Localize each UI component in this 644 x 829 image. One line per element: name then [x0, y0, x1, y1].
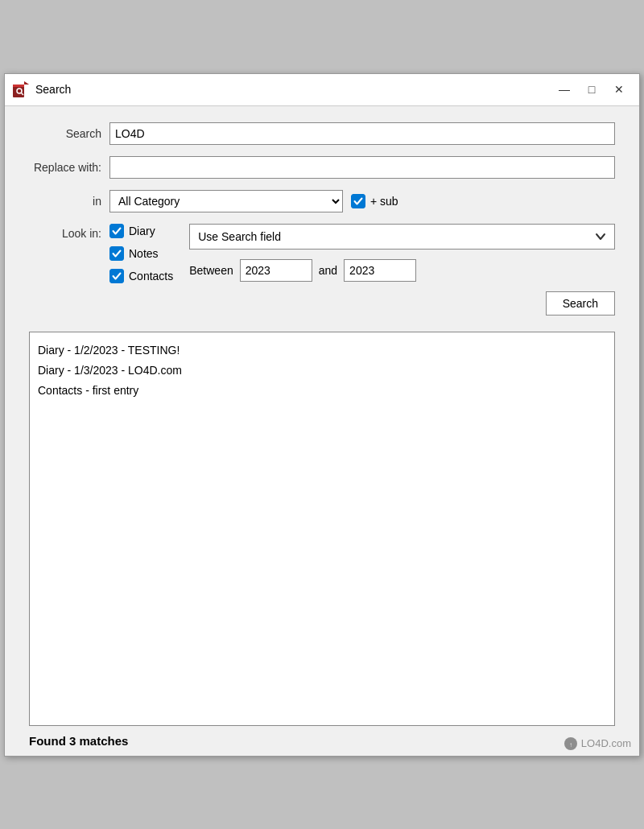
watermark-text: LO4D.com — [581, 737, 631, 749]
in-row: in All Category + sub — [29, 190, 615, 212]
in-label: in — [29, 195, 101, 208]
dropdown-value: Use Search field — [198, 230, 281, 243]
result-item-2: Contacts - first entry — [38, 381, 606, 401]
svg-rect-1 — [13, 85, 24, 87]
notes-checkbox-row: Notes — [109, 246, 173, 261]
minimize-button[interactable]: — — [552, 80, 576, 99]
title-bar: Search — □ ✕ — [5, 74, 639, 106]
search-row: Search — [29, 122, 615, 145]
between-to-input[interactable] — [344, 259, 416, 282]
right-panel: Use Search field Between and Search — [189, 224, 615, 316]
maximize-button[interactable]: □ — [580, 80, 604, 99]
look-in-section: Look in: Diary Notes — [29, 224, 615, 316]
between-from-input[interactable] — [240, 259, 312, 282]
between-row: Between and — [189, 259, 615, 282]
chevron-down-icon — [595, 231, 606, 242]
status-text: Found 3 matches — [29, 734, 128, 748]
dropdown-container: Use Search field — [189, 224, 615, 250]
sub-checkbox[interactable] — [351, 194, 365, 208]
status-bar: Found 3 matches — [5, 726, 639, 756]
contacts-checkbox-row: Contacts — [109, 269, 173, 283]
sub-label: + sub — [370, 195, 398, 208]
category-select[interactable]: All Category — [109, 190, 343, 212]
notes-label: Notes — [129, 247, 159, 260]
form-content: Search Replace with: in All Category + s… — [5, 106, 639, 332]
notes-checkbox[interactable] — [109, 246, 124, 261]
contacts-checkbox[interactable] — [109, 269, 124, 283]
search-input[interactable] — [109, 122, 615, 145]
svg-text:↑: ↑ — [569, 741, 572, 749]
sub-checkbox-area: + sub — [351, 194, 398, 208]
diary-label: Diary — [129, 225, 155, 237]
contacts-label: Contacts — [129, 270, 173, 283]
search-button-container: Search — [189, 291, 615, 316]
window-bottom: Found 3 matches ↑ LO4D.com — [5, 726, 639, 756]
close-button[interactable]: ✕ — [607, 80, 631, 99]
app-icon — [13, 81, 29, 97]
result-item-1: Diary - 1/3/2023 - LO4D.com — [38, 361, 606, 381]
search-button[interactable]: Search — [546, 291, 615, 316]
lo4d-watermark-icon: ↑ — [564, 736, 578, 751]
result-item-0: Diary - 1/2/2023 - TESTING! — [38, 340, 606, 361]
replace-label: Replace with: — [29, 161, 101, 174]
watermark: ↑ LO4D.com — [564, 736, 631, 751]
replace-input[interactable] — [109, 156, 615, 179]
between-label: Between — [189, 264, 233, 277]
results-area[interactable]: Diary - 1/2/2023 - TESTING! Diary - 1/3/… — [29, 332, 615, 726]
checkboxes-column: Diary Notes Contac — [109, 224, 173, 283]
window-title: Search — [35, 83, 552, 96]
look-in-label: Look in: — [29, 224, 101, 240]
window-controls: — □ ✕ — [552, 80, 631, 99]
replace-row: Replace with: — [29, 156, 615, 179]
diary-checkbox-row: Diary — [109, 224, 173, 238]
and-label: and — [319, 264, 337, 277]
search-label: Search — [29, 127, 101, 140]
diary-checkbox[interactable] — [109, 224, 124, 238]
search-field-dropdown[interactable]: Use Search field — [189, 224, 615, 250]
svg-marker-3 — [24, 81, 29, 85]
search-window: Search — □ ✕ Search Replace with: in All… — [4, 73, 640, 757]
